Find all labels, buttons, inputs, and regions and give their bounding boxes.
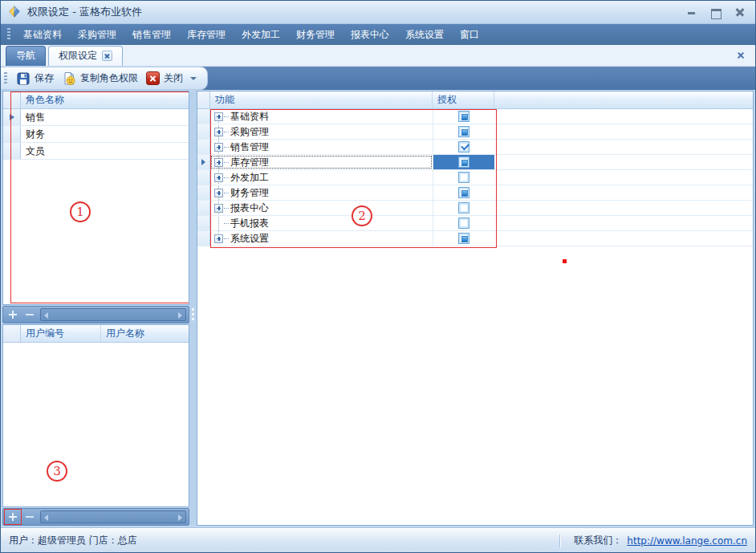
role-row[interactable]: 文员: [3, 143, 189, 160]
function-label: 系统设置: [230, 232, 269, 246]
close-label: 关闭: [164, 71, 183, 85]
roles-hscrollbar[interactable]: [40, 308, 186, 321]
row-selector: [197, 109, 210, 124]
remove-role-button[interactable]: [22, 308, 37, 321]
save-button[interactable]: 保存: [12, 70, 58, 87]
toolbar-island: 保存 复制角色权限 关闭: [1, 67, 208, 90]
tabstrip: 导航 权限设定: [1, 45, 755, 67]
expand-icon[interactable]: [214, 234, 223, 243]
authorize-checkbox[interactable]: [458, 233, 469, 244]
toolbar-overflow-chevron-icon[interactable]: [190, 77, 197, 80]
toolbar: 保存 复制角色权限 关闭: [1, 67, 755, 90]
function-label: 手机报表: [230, 217, 269, 230]
roles-name-header[interactable]: 角色名称: [21, 91, 189, 108]
roles-grid-header: 角色名称: [3, 91, 189, 109]
main-area: 角色名称 销售 财务 文员 1: [1, 90, 755, 528]
function-label: 外发加工: [230, 171, 269, 185]
tabstrip-close-icon[interactable]: [736, 51, 746, 60]
menu-item-inventory[interactable]: 库存管理: [179, 25, 234, 45]
function-row[interactable]: 外发加工: [197, 170, 753, 185]
close-tab-button[interactable]: 关闭: [142, 70, 187, 87]
copy-role-permissions-button[interactable]: 复制角色权限: [58, 70, 142, 87]
maximize-button[interactable]: [710, 7, 721, 17]
minimize-button[interactable]: [686, 7, 697, 17]
menu-item-sales[interactable]: 销售管理: [124, 25, 179, 45]
menu-item-reports[interactable]: 报表中心: [343, 25, 397, 45]
menubar: 基础资料 采购管理 销售管理 库存管理 外发加工 财务管理 报表中心 系统设置 …: [1, 24, 755, 45]
function-row[interactable]: 系统设置: [197, 231, 753, 246]
expand-icon[interactable]: [214, 128, 223, 136]
panel-splitter[interactable]: [189, 91, 197, 526]
expand-icon[interactable]: [214, 112, 223, 121]
users-selector-header: [3, 325, 21, 342]
expand-icon[interactable]: [214, 204, 223, 213]
function-label: 财务管理: [230, 186, 269, 200]
role-row[interactable]: 销售: [3, 109, 189, 126]
users-hscrollbar[interactable]: [40, 510, 186, 523]
menu-item-basic-data[interactable]: 基础资料: [15, 25, 70, 45]
row-selector: [197, 231, 210, 246]
statusbar-divider: [559, 535, 561, 547]
add-user-button[interactable]: [6, 510, 20, 523]
user-id-header[interactable]: 用户编号: [21, 325, 101, 342]
add-role-button[interactable]: [6, 308, 20, 321]
annotation-circle-1: 1: [70, 201, 91, 222]
function-row[interactable]: 手机报表: [197, 216, 753, 231]
expand-icon[interactable]: [214, 189, 223, 197]
function-label: 报表中心: [230, 201, 269, 215]
menu-item-purchase[interactable]: 采购管理: [70, 25, 124, 45]
row-selector: [197, 155, 210, 169]
role-name: 销售: [21, 109, 189, 125]
role-row[interactable]: 财务: [3, 126, 189, 143]
tab-close-icon[interactable]: [102, 51, 112, 61]
authorize-checkbox[interactable]: [458, 157, 469, 168]
expand-icon[interactable]: [214, 158, 223, 167]
tab-permission-settings-label: 权限设定: [59, 49, 97, 63]
authorize-checkbox[interactable]: [458, 172, 469, 183]
contact-label: 联系我们：: [574, 534, 622, 547]
row-selector: [197, 140, 210, 154]
roles-navigator: [2, 306, 189, 323]
function-row-current[interactable]: 库存管理: [197, 155, 753, 170]
close-button[interactable]: [734, 7, 746, 17]
expand-icon[interactable]: [214, 173, 223, 182]
app-icon: [7, 5, 22, 19]
menu-item-finance[interactable]: 财务管理: [288, 25, 343, 45]
role-name: 财务: [21, 126, 189, 142]
function-column-header[interactable]: 功能: [210, 91, 433, 108]
annotation-dot: [563, 259, 567, 263]
authorize-checkbox[interactable]: [458, 218, 469, 229]
row-selector: [197, 185, 210, 200]
function-row[interactable]: 采购管理: [197, 124, 753, 140]
roles-grid: 角色名称 销售 财务 文员 1: [2, 91, 189, 305]
statusbar-user-info: 用户：超级管理员 门店：总店: [9, 534, 137, 547]
authorize-column-header[interactable]: 授权: [433, 91, 494, 108]
function-row[interactable]: 财务管理: [197, 185, 753, 201]
function-label: 库存管理: [230, 156, 269, 169]
menu-item-settings[interactable]: 系统设置: [397, 25, 452, 45]
tab-navigation[interactable]: 导航: [6, 46, 46, 66]
save-icon: [16, 71, 30, 86]
functions-grid: 功能 授权 基础资料 采购管理 销售管理: [197, 91, 754, 526]
authorize-checkbox[interactable]: [458, 141, 469, 152]
function-row[interactable]: 基础资料: [197, 109, 753, 124]
authorize-checkbox[interactable]: [458, 111, 469, 122]
app-window: 权限设定 - 蓝格布业软件 基础资料 采购管理 销售管理 库存管理 外发加工 财…: [0, 0, 756, 553]
authorize-checkbox[interactable]: [458, 126, 469, 137]
user-name-header[interactable]: 用户名称: [101, 325, 189, 342]
titlebar: 权限设定 - 蓝格布业软件: [1, 1, 755, 24]
website-link[interactable]: http://www.lange.com.cn: [627, 535, 747, 547]
tab-permission-settings[interactable]: 权限设定: [48, 46, 123, 66]
authorize-checkbox[interactable]: [458, 187, 469, 198]
menu-item-outsourcing[interactable]: 外发加工: [234, 25, 288, 45]
splitter-grip-icon: [192, 308, 194, 311]
function-row[interactable]: 报表中心: [197, 201, 753, 216]
function-row[interactable]: 销售管理: [197, 140, 753, 155]
menu-item-window[interactable]: 窗口: [452, 25, 487, 45]
users-grid-header: 用户编号 用户名称: [3, 325, 189, 343]
expand-icon[interactable]: [214, 143, 223, 152]
authorize-checkbox[interactable]: [458, 202, 469, 213]
functions-grid-header: 功能 授权: [197, 91, 753, 109]
row-selector: [3, 109, 21, 125]
remove-user-button[interactable]: [22, 510, 37, 523]
